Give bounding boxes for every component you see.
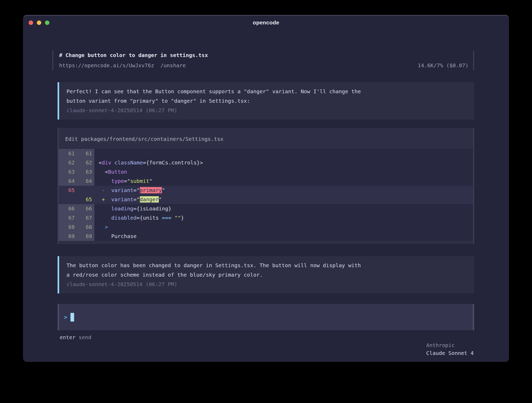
diff-row: 6363 <Button	[59, 167, 473, 177]
session-header: # Change button color to danger in setti…	[52, 51, 474, 70]
new-line-number: 68	[77, 223, 94, 232]
new-line-number: 61	[77, 149, 94, 158]
message-lines: Perfect! I can see that the Button compo…	[66, 87, 468, 106]
new-line-number: 62	[77, 158, 94, 167]
old-line-number: 69	[59, 232, 77, 241]
session-title: # Change button color to danger in setti…	[59, 51, 468, 60]
message-meta: claude-sonnet-4-20250514 (06:27 PM)	[66, 106, 468, 115]
prompt-symbol: >	[64, 314, 67, 321]
message-text-line: The button color has been changed to dan…	[66, 261, 468, 270]
opencode-window: opencode # Change button color to danger…	[23, 15, 509, 362]
message-text-line: Perfect! I can see that the Button compo…	[66, 87, 468, 96]
edit-tool-block: Edit packages/frontend/src/containers/Se…	[58, 128, 474, 244]
session-subheader: https://opencode.ai/s/UwJxv76z /unshare …	[59, 61, 468, 70]
diff-code-line: >	[94, 223, 473, 232]
diff-row: 65 + variant="danger"	[59, 195, 473, 204]
diff-row: 6969 Purchase	[59, 232, 473, 241]
screen: opencode # Change button color to danger…	[0, 0, 532, 403]
diff-row: 6767 disabled={units === ""}	[59, 213, 473, 223]
edit-tool-title: Edit packages/frontend/src/containers/Se…	[59, 128, 473, 149]
prompt-input[interactable]: >	[58, 304, 474, 330]
diff-row: 6868 >	[59, 223, 473, 232]
unshare-command[interactable]: /unshare	[160, 61, 186, 70]
titlebar: opencode	[23, 16, 509, 30]
message-meta: claude-sonnet-4-20250514 (06:27 PM)	[66, 280, 468, 289]
old-line-number: 66	[59, 204, 77, 213]
diff-row: 6161	[59, 149, 473, 158]
context-stats: 14.6K/7% ($0.07)	[418, 61, 468, 70]
assistant-message: Perfect! I can see that the Button compo…	[58, 82, 474, 120]
send-action-hint: send	[75, 333, 91, 362]
model-label: Claude Sonnet 4	[426, 350, 474, 356]
diff-code-line: type="submit"	[94, 177, 473, 186]
provider-label: Anthropic	[426, 342, 458, 348]
diff-row: 6666 loading={isLoading}	[59, 204, 473, 213]
window-title: opencode	[23, 19, 509, 26]
old-line-number: 65	[59, 186, 77, 195]
assistant-message: The button color has been changed to dan…	[58, 256, 474, 293]
new-line-number: 69	[77, 232, 94, 241]
diff-rows: 61616262<div className={formCs.controls}…	[59, 149, 473, 241]
old-line-number: 61	[59, 149, 77, 158]
diff-code-line: - variant="primary"	[94, 186, 473, 195]
new-line-number: 64	[77, 177, 94, 186]
enter-key-hint: enter	[60, 333, 75, 362]
diff-code-line: loading={isLoading}	[94, 204, 473, 213]
diff-code-line: Purchase	[94, 232, 473, 241]
diff-code-line: + variant="danger"	[94, 195, 473, 204]
text-cursor	[70, 313, 74, 322]
diff-row: 65 - variant="primary"	[59, 186, 473, 195]
message-text-line: a red/rose color scheme instead of the b…	[66, 270, 468, 280]
new-line-number: 63	[77, 167, 94, 177]
share-url[interactable]: https://opencode.ai/s/UwJxv76z	[59, 61, 154, 70]
new-line-number: 65	[77, 195, 94, 204]
diff-row: 6464 type="submit"	[59, 177, 473, 186]
old-line-number: 68	[59, 223, 77, 232]
hint-row: enter send Anthropic Claude Sonnet 4	[58, 333, 474, 362]
model-indicator: Anthropic Claude Sonnet 4	[395, 333, 474, 362]
old-line-number: 67	[59, 213, 77, 223]
old-line-number	[59, 195, 77, 204]
diff-code-line	[94, 149, 473, 158]
content: # Change button color to danger in setti…	[23, 30, 509, 362]
diff-code-line: <div className={formCs.controls}>	[94, 158, 473, 167]
new-line-number: 66	[77, 204, 94, 213]
message-lines: The button color has been changed to dan…	[66, 261, 468, 280]
old-line-number: 62	[59, 158, 77, 167]
new-line-number: 67	[77, 213, 94, 223]
diff-code-line: <Button	[94, 167, 473, 177]
diff-row: 6262<div className={formCs.controls}>	[59, 158, 473, 167]
old-line-number: 64	[59, 177, 77, 186]
message-text-line: button variant from "primary" to "danger…	[66, 96, 468, 106]
new-line-number	[77, 186, 94, 195]
diff-code-line: disabled={units === ""}	[94, 213, 473, 223]
old-line-number: 63	[59, 167, 77, 177]
